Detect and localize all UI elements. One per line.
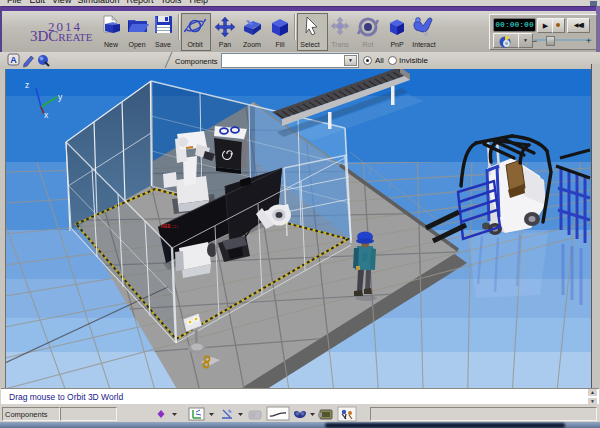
svg-text:z: z	[25, 80, 29, 90]
svg-text:ABB ::::: ABB ::::	[161, 224, 178, 229]
svg-text:A: A	[10, 55, 17, 65]
